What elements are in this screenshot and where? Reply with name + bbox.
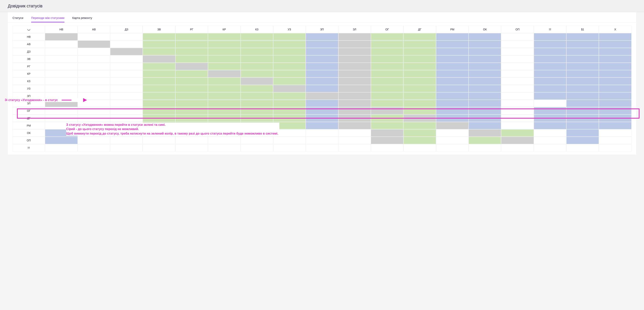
transition-cell[interactable] bbox=[468, 92, 501, 100]
transition-cell[interactable] bbox=[143, 144, 175, 152]
transition-cell[interactable] bbox=[176, 92, 208, 100]
transition-cell[interactable] bbox=[306, 129, 338, 137]
transition-cell[interactable] bbox=[468, 33, 501, 40]
transition-cell[interactable] bbox=[534, 48, 566, 55]
transition-cell[interactable] bbox=[436, 107, 468, 114]
transition-cell[interactable] bbox=[306, 55, 338, 63]
transition-cell[interactable] bbox=[599, 107, 632, 114]
transition-cell[interactable] bbox=[338, 129, 371, 137]
transition-cell[interactable] bbox=[208, 33, 240, 40]
transition-cell[interactable] bbox=[78, 48, 110, 55]
transition-cell[interactable] bbox=[404, 107, 436, 114]
transition-cell[interactable] bbox=[208, 144, 240, 152]
transition-cell[interactable] bbox=[436, 129, 468, 137]
transition-cell[interactable] bbox=[566, 137, 599, 144]
transition-cell[interactable] bbox=[306, 122, 338, 129]
transition-cell[interactable] bbox=[534, 63, 566, 70]
transition-cell[interactable] bbox=[208, 100, 240, 107]
transition-cell[interactable] bbox=[143, 85, 175, 92]
transition-cell[interactable] bbox=[501, 144, 534, 152]
transition-cell[interactable] bbox=[599, 78, 632, 85]
transition-cell[interactable] bbox=[176, 100, 208, 107]
transition-cell[interactable] bbox=[110, 100, 143, 107]
transition-cell[interactable] bbox=[404, 100, 436, 107]
transition-cell[interactable] bbox=[371, 55, 404, 63]
transition-cell[interactable] bbox=[306, 78, 338, 85]
transition-cell[interactable] bbox=[371, 78, 404, 85]
transition-cell[interactable] bbox=[404, 55, 436, 63]
transition-cell[interactable] bbox=[143, 137, 175, 144]
transition-cell[interactable] bbox=[468, 78, 501, 85]
transition-cell[interactable] bbox=[176, 63, 208, 70]
transition-cell[interactable] bbox=[240, 63, 273, 70]
transition-cell[interactable] bbox=[273, 92, 306, 100]
transition-cell[interactable] bbox=[78, 144, 110, 152]
transition-cell[interactable] bbox=[436, 55, 468, 63]
transition-cell[interactable] bbox=[371, 48, 404, 55]
transition-cell[interactable] bbox=[78, 107, 110, 114]
transition-cell[interactable] bbox=[436, 63, 468, 70]
transition-cell[interactable] bbox=[208, 92, 240, 100]
transition-cell[interactable] bbox=[371, 100, 404, 107]
transition-cell[interactable] bbox=[338, 33, 371, 40]
tab-0[interactable]: Статуси bbox=[12, 16, 23, 22]
transition-cell[interactable] bbox=[534, 78, 566, 85]
transition-cell[interactable] bbox=[468, 48, 501, 55]
transition-cell[interactable] bbox=[534, 137, 566, 144]
transition-cell[interactable] bbox=[78, 85, 110, 92]
transition-cell[interactable] bbox=[599, 40, 632, 48]
transition-cell[interactable] bbox=[176, 33, 208, 40]
transition-cell[interactable] bbox=[468, 40, 501, 48]
transition-cell[interactable] bbox=[306, 33, 338, 40]
transition-cell[interactable] bbox=[371, 85, 404, 92]
transition-cell[interactable] bbox=[371, 63, 404, 70]
transition-cell[interactable] bbox=[208, 40, 240, 48]
transition-cell[interactable] bbox=[501, 48, 534, 55]
transition-cell[interactable] bbox=[306, 48, 338, 55]
transition-cell[interactable] bbox=[534, 122, 566, 129]
transition-cell[interactable] bbox=[534, 33, 566, 40]
transition-cell[interactable] bbox=[110, 70, 143, 78]
transition-cell[interactable] bbox=[176, 144, 208, 152]
transition-cell[interactable] bbox=[338, 122, 371, 129]
transition-cell[interactable] bbox=[436, 122, 468, 129]
transition-cell[interactable] bbox=[371, 144, 404, 152]
transition-cell[interactable] bbox=[240, 144, 273, 152]
transition-cell[interactable] bbox=[273, 144, 306, 152]
transition-cell[interactable] bbox=[404, 33, 436, 40]
transition-cell[interactable] bbox=[110, 137, 143, 144]
transition-cell[interactable] bbox=[273, 33, 306, 40]
transition-cell[interactable] bbox=[338, 70, 371, 78]
transition-cell[interactable] bbox=[45, 40, 78, 48]
transition-cell[interactable] bbox=[371, 40, 404, 48]
transition-cell[interactable] bbox=[176, 40, 208, 48]
transition-cell[interactable] bbox=[404, 70, 436, 78]
transition-cell[interactable] bbox=[566, 92, 599, 100]
transition-cell[interactable] bbox=[110, 85, 143, 92]
transition-cell[interactable] bbox=[468, 55, 501, 63]
transition-cell[interactable] bbox=[371, 92, 404, 100]
transition-cell[interactable] bbox=[468, 85, 501, 92]
transition-cell[interactable] bbox=[208, 107, 240, 114]
transition-cell[interactable] bbox=[208, 63, 240, 70]
transition-cell[interactable] bbox=[240, 114, 273, 122]
transition-cell[interactable] bbox=[404, 114, 436, 122]
transition-cell[interactable] bbox=[273, 107, 306, 114]
transition-cell[interactable] bbox=[306, 100, 338, 107]
transition-cell[interactable] bbox=[78, 78, 110, 85]
transition-cell[interactable] bbox=[599, 63, 632, 70]
transition-cell[interactable] bbox=[45, 114, 78, 122]
transition-cell[interactable] bbox=[566, 85, 599, 92]
transition-cell[interactable] bbox=[240, 70, 273, 78]
transition-cell[interactable] bbox=[338, 48, 371, 55]
transition-cell[interactable] bbox=[208, 78, 240, 85]
transition-cell[interactable] bbox=[338, 55, 371, 63]
transition-cell[interactable] bbox=[371, 70, 404, 78]
transition-cell[interactable] bbox=[78, 63, 110, 70]
transition-cell[interactable] bbox=[468, 100, 501, 107]
transition-cell[interactable] bbox=[566, 78, 599, 85]
transition-cell[interactable] bbox=[599, 48, 632, 55]
transition-cell[interactable] bbox=[566, 122, 599, 129]
transition-cell[interactable] bbox=[436, 100, 468, 107]
transition-cell[interactable] bbox=[273, 78, 306, 85]
